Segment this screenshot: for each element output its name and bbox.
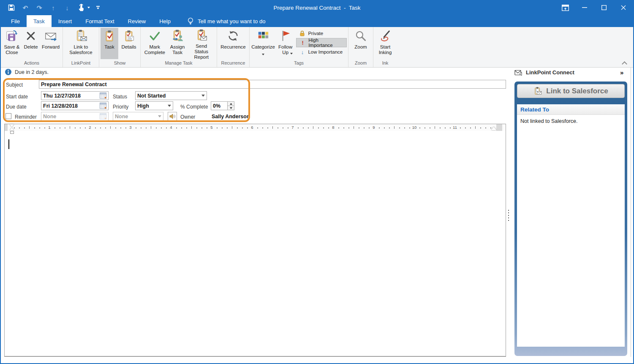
follow-up-dropdown-icon <box>290 53 293 54</box>
linkpoint-group-label: LinkPoint <box>64 60 98 67</box>
show-task-button[interactable]: Task <box>101 28 118 59</box>
ribbon-display-options-button[interactable] <box>555 0 575 15</box>
ruler-right-cap <box>496 124 502 131</box>
stepper-down-icon[interactable] <box>227 106 234 110</box>
linkpoint-panel-title: LinkPoint Connect <box>526 69 574 76</box>
percent-complete-value: 0% <box>213 103 220 109</box>
touch-mode-icon[interactable] <box>77 4 85 11</box>
categorize-label: Categorize <box>251 44 275 50</box>
linkpoint-content: Related To Not linked to Salesforce. <box>517 104 625 347</box>
ribbon-group-actions: Save & Close Delete Forward Actions <box>1 27 63 67</box>
maximize-button[interactable] <box>594 0 614 15</box>
save-icon[interactable] <box>8 4 15 11</box>
panel-expand-icon[interactable]: » <box>620 69 623 76</box>
customize-qat-icon[interactable] <box>96 6 100 9</box>
subject-input[interactable]: Prepare Renewal Contract <box>39 80 506 89</box>
percent-complete-stepper[interactable] <box>227 101 234 110</box>
low-importance-label: Low Importance <box>308 49 343 54</box>
mark-complete-button[interactable]: Mark Complete <box>142 28 168 59</box>
move-up-icon[interactable]: ↑ <box>49 4 57 11</box>
private-lock-icon <box>299 30 305 36</box>
reminder-time-select[interactable]: None <box>113 112 163 121</box>
subject-label: Subject <box>6 82 23 88</box>
forward-icon <box>44 29 57 43</box>
tab-insert[interactable]: Insert <box>52 15 79 27</box>
panel-link-label: Link to Salesforce <box>546 87 608 95</box>
tab-task[interactable]: Task <box>27 15 52 27</box>
recurrence-button[interactable]: Recurrence <box>218 28 248 59</box>
reminder-sound-button[interactable] <box>168 112 177 121</box>
start-inking-button[interactable]: Start Inking <box>375 28 396 59</box>
ruler-number: 9 <box>373 125 375 130</box>
tags-stack: Private ! High Importance ↓ Low Importan… <box>296 29 347 57</box>
priority-value: High <box>137 103 149 109</box>
details-button[interactable]: Details <box>119 28 139 59</box>
percent-complete-input[interactable]: 0% <box>211 101 228 110</box>
redo-icon[interactable]: ↷ <box>35 4 43 11</box>
status-select[interactable]: Not Started <box>135 91 207 100</box>
reminder-checkbox[interactable] <box>5 113 11 119</box>
ribbon-group-recurrence: Recurrence Recurrence <box>217 27 250 67</box>
due-date-input[interactable]: Fri 12/28/2018 <box>41 101 109 110</box>
linkpoint-connect-icon <box>514 70 522 76</box>
start-date-input[interactable]: Thu 12/27/2018 <box>41 91 109 100</box>
high-importance-label: High Importance <box>308 38 343 48</box>
owner-label: Owner <box>180 114 195 120</box>
owner-value: Sally Anderson <box>212 114 250 120</box>
status-label: Status <box>113 94 127 100</box>
ribbon-group-show: Task Details Show <box>99 27 141 67</box>
actions-group-label: Actions <box>2 60 61 67</box>
assign-task-button[interactable]: Assign Task <box>168 28 187 59</box>
details-icon <box>122 29 136 43</box>
forward-button[interactable]: Forward <box>40 28 61 59</box>
low-importance-icon: ↓ <box>299 49 305 55</box>
undo-icon[interactable]: ↶ <box>22 4 29 11</box>
ribbon-group-linkpoint: Link to Salesforce LinkPoint <box>63 27 99 67</box>
lightbulb-icon <box>188 17 193 25</box>
reminder-time-dropdown-icon <box>158 115 161 117</box>
task-body-editor[interactable]: 1234567891011 <box>4 124 506 357</box>
link-to-salesforce-button[interactable]: Link to Salesforce <box>66 28 96 59</box>
delete-button[interactable]: Delete <box>22 28 40 59</box>
collapse-ribbon-icon[interactable] <box>623 61 626 65</box>
stepper-up-icon[interactable] <box>227 101 234 106</box>
panel-link-to-salesforce-button[interactable]: Link to Salesforce <box>517 84 625 98</box>
high-importance-button[interactable]: ! High Importance <box>296 38 347 47</box>
tell-me-box[interactable]: Tell me what you want to do <box>188 15 265 27</box>
move-down-icon[interactable]: ↓ <box>63 4 71 11</box>
hanging-indent-marker[interactable] <box>10 128 14 130</box>
tab-format-text[interactable]: Format Text <box>79 15 121 27</box>
status-value: Not Started <box>137 93 166 99</box>
ink-group-label: Ink <box>375 60 396 67</box>
ruler[interactable]: 1234567891011 <box>5 124 506 131</box>
status-dropdown-icon <box>201 95 205 97</box>
low-importance-button[interactable]: ↓ Low Importance <box>296 47 347 57</box>
tab-file[interactable]: File <box>4 15 27 27</box>
follow-up-button[interactable]: Follow Up <box>276 28 295 59</box>
priority-select[interactable]: High <box>135 101 173 110</box>
left-indent-marker[interactable] <box>10 131 14 134</box>
link-to-salesforce-icon <box>74 29 88 43</box>
zoom-button[interactable]: Zoom <box>351 28 370 59</box>
reminder-date-input[interactable]: None <box>41 112 109 121</box>
private-button[interactable]: Private <box>296 29 347 38</box>
manage-task-group-label: Manage Task <box>142 60 215 67</box>
send-status-report-icon <box>195 29 208 42</box>
right-indent-marker[interactable] <box>491 127 496 130</box>
assign-task-icon <box>171 29 184 43</box>
tab-help[interactable]: Help <box>152 15 177 27</box>
send-status-report-label: Send Status Report <box>189 43 214 60</box>
panel-splitter-handle[interactable] <box>508 210 509 221</box>
minimize-button[interactable] <box>575 0 594 15</box>
ribbon: Save & Close Delete Forward Actions <box>1 27 633 68</box>
save-and-close-button[interactable]: Save & Close <box>2 28 22 59</box>
due-date-calendar-icon[interactable] <box>100 103 106 109</box>
start-date-calendar-icon[interactable] <box>100 92 106 99</box>
categorize-button[interactable]: Categorize <box>251 28 275 59</box>
close-button[interactable] <box>614 0 633 15</box>
info-icon <box>5 69 11 75</box>
first-line-indent-marker[interactable] <box>10 124 14 127</box>
touch-mode-dropdown-icon[interactable] <box>87 7 90 8</box>
tab-review[interactable]: Review <box>121 15 153 27</box>
send-status-report-button[interactable]: Send Status Report <box>188 28 215 59</box>
